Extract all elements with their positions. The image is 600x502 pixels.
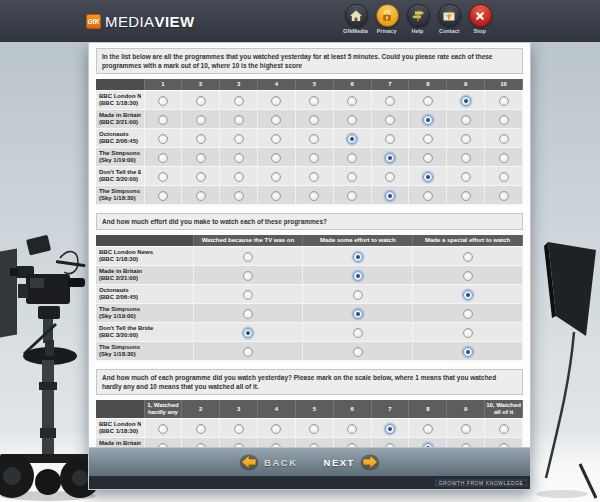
radio-rating-row5-col7[interactable]	[385, 172, 395, 182]
radio-rating-row5-col5[interactable]	[309, 172, 319, 182]
radio-amount-row2-col3[interactable]	[234, 443, 244, 447]
radio-rating-row2-col9[interactable]	[461, 115, 471, 125]
radio-rating-row4-col6[interactable]	[347, 153, 357, 163]
radio-effort-row1-col3[interactable]	[463, 252, 473, 262]
radio-rating-row3-col1[interactable]	[158, 134, 168, 144]
radio-effort-row4-col3[interactable]	[463, 309, 473, 319]
radio-rating-row4-col7[interactable]	[385, 153, 395, 163]
radio-effort-row2-col1[interactable]	[243, 271, 253, 281]
radio-rating-row2-col3[interactable]	[234, 115, 244, 125]
radio-effort-row6-col2[interactable]	[353, 347, 363, 357]
radio-rating-row3-col9[interactable]	[461, 134, 471, 144]
radio-rating-row1-col4[interactable]	[271, 96, 281, 106]
radio-rating-row3-col7[interactable]	[385, 134, 395, 144]
radio-rating-row6-col3[interactable]	[234, 191, 244, 201]
radio-rating-row5-col6[interactable]	[347, 172, 357, 182]
radio-effort-row3-col2[interactable]	[353, 290, 363, 300]
radio-rating-row3-col4[interactable]	[271, 134, 281, 144]
radio-rating-row4-col9[interactable]	[461, 153, 471, 163]
radio-rating-row1-col10[interactable]	[499, 96, 509, 106]
radio-amount-row2-col7[interactable]	[385, 443, 395, 447]
radio-amount-row2-col10[interactable]	[499, 443, 509, 447]
radio-amount-row1-col5[interactable]	[309, 424, 319, 434]
radio-effort-row1-col1[interactable]	[243, 252, 253, 262]
radio-rating-row2-col6[interactable]	[347, 115, 357, 125]
radio-effort-row4-col1[interactable]	[243, 309, 253, 319]
radio-rating-row5-col8[interactable]	[423, 172, 433, 182]
radio-rating-row6-col6[interactable]	[347, 191, 357, 201]
radio-rating-row1-col5[interactable]	[309, 96, 319, 106]
radio-rating-row1-col6[interactable]	[347, 96, 357, 106]
radio-rating-row5-col2[interactable]	[196, 172, 206, 182]
radio-rating-row3-col6[interactable]	[347, 134, 357, 144]
radio-rating-row3-col3[interactable]	[234, 134, 244, 144]
radio-rating-row6-col2[interactable]	[196, 191, 206, 201]
radio-amount-row1-col8[interactable]	[423, 424, 433, 434]
radio-rating-row3-col10[interactable]	[499, 134, 509, 144]
radio-rating-row4-col8[interactable]	[423, 153, 433, 163]
radio-rating-row4-col4[interactable]	[271, 153, 281, 163]
radio-rating-row1-col3[interactable]	[234, 96, 244, 106]
radio-amount-row2-col1[interactable]	[158, 443, 168, 447]
radio-amount-row2-col4[interactable]	[271, 443, 281, 447]
radio-amount-row2-col9[interactable]	[461, 443, 471, 447]
radio-rating-row1-col7[interactable]	[385, 96, 395, 106]
radio-effort-row3-col3[interactable]	[463, 290, 473, 300]
radio-rating-row6-col8[interactable]	[423, 191, 433, 201]
radio-effort-row2-col2[interactable]	[353, 271, 363, 281]
radio-rating-row4-col2[interactable]	[196, 153, 206, 163]
radio-rating-row5-col4[interactable]	[271, 172, 281, 182]
radio-rating-row3-col2[interactable]	[196, 134, 206, 144]
radio-amount-row1-col1[interactable]	[158, 424, 168, 434]
nav-stop[interactable]: Stop	[466, 4, 494, 34]
radio-rating-row2-col7[interactable]	[385, 115, 395, 125]
radio-rating-row5-col3[interactable]	[234, 172, 244, 182]
radio-amount-row1-col9[interactable]	[461, 424, 471, 434]
radio-effort-row5-col1[interactable]	[243, 328, 253, 338]
radio-amount-row1-col10[interactable]	[499, 424, 509, 434]
radio-rating-row6-col4[interactable]	[271, 191, 281, 201]
radio-rating-row4-col3[interactable]	[234, 153, 244, 163]
radio-effort-row1-col2[interactable]	[353, 252, 363, 262]
radio-effort-row5-col2[interactable]	[353, 328, 363, 338]
radio-amount-row2-col8[interactable]	[423, 443, 433, 447]
radio-amount-row1-col2[interactable]	[196, 424, 206, 434]
radio-rating-row5-col10[interactable]	[499, 172, 509, 182]
nav-gfkmedia[interactable]: GfkMedia	[342, 4, 370, 34]
radio-rating-row2-col8[interactable]	[423, 115, 433, 125]
radio-amount-row2-col6[interactable]	[347, 443, 357, 447]
back-button[interactable]: BACK	[239, 453, 297, 471]
radio-effort-row4-col2[interactable]	[353, 309, 363, 319]
radio-rating-row5-col9[interactable]	[461, 172, 471, 182]
radio-rating-row6-col5[interactable]	[309, 191, 319, 201]
nav-help[interactable]: Help	[404, 4, 432, 34]
radio-rating-row4-col10[interactable]	[499, 153, 509, 163]
nav-contact[interactable]: Contact	[435, 4, 463, 34]
radio-amount-row1-col4[interactable]	[271, 424, 281, 434]
radio-amount-row2-col2[interactable]	[196, 443, 206, 447]
radio-rating-row6-col10[interactable]	[499, 191, 509, 201]
radio-rating-row2-col4[interactable]	[271, 115, 281, 125]
radio-effort-row2-col3[interactable]	[463, 271, 473, 281]
radio-rating-row1-col9[interactable]	[461, 96, 471, 106]
radio-amount-row1-col7[interactable]	[385, 424, 395, 434]
radio-effort-row6-col1[interactable]	[243, 347, 253, 357]
radio-rating-row4-col1[interactable]	[158, 153, 168, 163]
radio-rating-row1-col2[interactable]	[196, 96, 206, 106]
radio-rating-row1-col1[interactable]	[158, 96, 168, 106]
radio-rating-row5-col1[interactable]	[158, 172, 168, 182]
radio-rating-row6-col9[interactable]	[461, 191, 471, 201]
radio-amount-row2-col5[interactable]	[309, 443, 319, 447]
radio-rating-row1-col8[interactable]	[423, 96, 433, 106]
nav-privacy[interactable]: Privacy	[373, 4, 401, 34]
radio-rating-row3-col5[interactable]	[309, 134, 319, 144]
radio-rating-row2-col5[interactable]	[309, 115, 319, 125]
radio-rating-row6-col1[interactable]	[158, 191, 168, 201]
radio-effort-row3-col1[interactable]	[243, 290, 253, 300]
radio-rating-row2-col10[interactable]	[499, 115, 509, 125]
radio-amount-row1-col3[interactable]	[234, 424, 244, 434]
radio-rating-row6-col7[interactable]	[385, 191, 395, 201]
radio-effort-row6-col3[interactable]	[463, 347, 473, 357]
next-button[interactable]: NEXT	[324, 453, 380, 471]
radio-amount-row1-col6[interactable]	[347, 424, 357, 434]
